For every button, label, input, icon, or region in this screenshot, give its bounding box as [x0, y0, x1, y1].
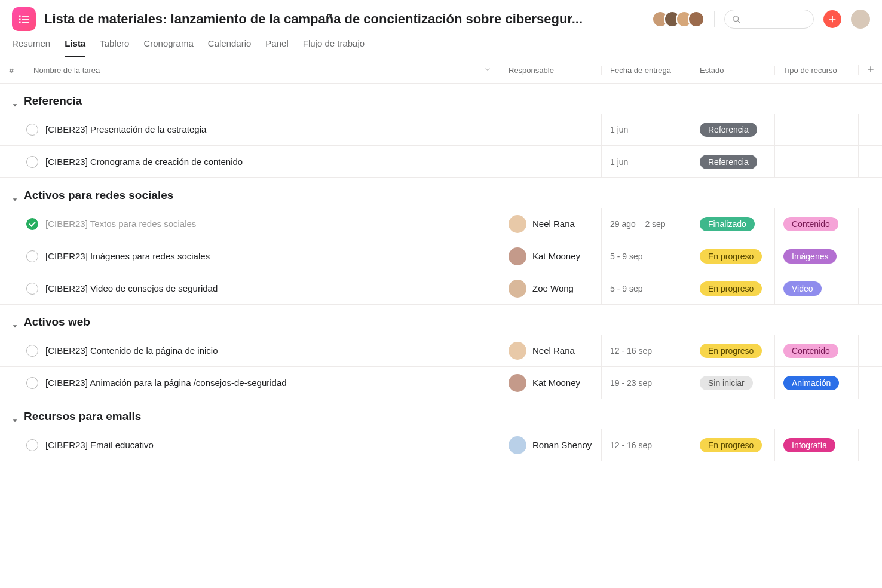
column-resource-type[interactable]: Tipo de recurso	[774, 66, 858, 75]
task-row[interactable]: [CIBER23] Cronograma de creación de cont…	[0, 146, 882, 178]
cell-due-date[interactable]: 1 jun	[601, 114, 691, 145]
complete-toggle[interactable]	[26, 439, 38, 451]
task-row[interactable]: [CIBER23] Animación para la página /cons…	[0, 367, 882, 399]
cell-due-date[interactable]: 12 - 16 sep	[601, 335, 691, 366]
cell-complete	[0, 156, 45, 168]
column-task-name[interactable]: Nombre de la tarea	[23, 66, 500, 75]
cell-resource-type[interactable]: Contenido	[774, 208, 858, 240]
tab-tablero[interactable]: Tablero	[100, 38, 129, 57]
complete-toggle[interactable]	[26, 283, 38, 295]
cell-due-date[interactable]: 29 ago – 2 sep	[601, 208, 691, 240]
cell-complete	[0, 439, 45, 451]
complete-toggle[interactable]	[26, 124, 38, 136]
member-avatar-stack[interactable]	[652, 11, 705, 27]
cell-assignee[interactable]	[500, 114, 601, 145]
cell-status[interactable]: Referencia	[691, 114, 774, 145]
cell-assignee[interactable]: Kat Mooney	[500, 367, 601, 399]
section-header[interactable]: Activos web	[0, 305, 882, 335]
cell-status[interactable]: En progreso	[691, 335, 774, 366]
task-row[interactable]: [CIBER23] Email educativoRonan Shenoy12 …	[0, 429, 882, 461]
task-row[interactable]: [CIBER23] Presentación de la estrategia1…	[0, 114, 882, 146]
svg-rect-5	[22, 22, 29, 23]
member-avatar[interactable]	[688, 11, 705, 27]
tab-flujo-de-trabajo[interactable]: Flujo de trabajo	[303, 38, 365, 57]
column-status[interactable]: Estado	[691, 66, 774, 75]
cell-resource-type[interactable]	[774, 146, 858, 177]
cell-assignee[interactable]: Neel Rana	[500, 335, 601, 366]
complete-toggle[interactable]	[26, 250, 38, 262]
column-due-date[interactable]: Fecha de entrega	[601, 66, 691, 75]
cell-assignee[interactable]: Neel Rana	[500, 208, 601, 240]
cell-assignee[interactable]: Ronan Shenoy	[500, 429, 601, 461]
task-row[interactable]: [CIBER23] Contenido de la página de inic…	[0, 335, 882, 367]
assignee-name: Neel Rana	[532, 219, 575, 229]
search-input[interactable]	[724, 10, 814, 29]
task-name[interactable]: [CIBER23] Video de consejos de seguridad	[45, 283, 500, 293]
task-row[interactable]: [CIBER23] Imágenes para redes socialesKa…	[0, 240, 882, 272]
view-tabs: ResumenListaTableroCronogramaCalendarioP…	[0, 31, 882, 57]
section-header[interactable]: Activos para redes sociales	[0, 178, 882, 208]
status-pill: Sin iniciar	[700, 376, 753, 390]
tab-panel[interactable]: Panel	[265, 38, 288, 57]
task-name[interactable]: [CIBER23] Animación para la página /cons…	[45, 378, 500, 388]
cell-due-date[interactable]: 5 - 9 sep	[601, 272, 691, 304]
resource-pill: Infografía	[783, 438, 835, 452]
complete-toggle[interactable]	[26, 377, 38, 389]
complete-toggle[interactable]	[26, 218, 38, 230]
cell-resource-type[interactable]: Contenido	[774, 335, 858, 366]
chevron-down-icon[interactable]	[484, 66, 491, 75]
tab-calendario[interactable]: Calendario	[208, 38, 252, 57]
task-name[interactable]: [CIBER23] Textos para redes sociales	[45, 219, 500, 229]
cell-complete	[0, 124, 45, 136]
cell-status[interactable]: En progreso	[691, 240, 774, 272]
cell-due-date[interactable]: 5 - 9 sep	[601, 240, 691, 272]
cell-assignee[interactable]: Kat Mooney	[500, 240, 601, 272]
add-column-button[interactable]	[858, 65, 882, 75]
task-name[interactable]: [CIBER23] Contenido de la página de inic…	[45, 345, 500, 356]
header-right	[652, 10, 870, 29]
section-title: Activos web	[24, 316, 90, 329]
cell-resource-type[interactable]	[774, 114, 858, 145]
svg-rect-3	[22, 19, 29, 20]
complete-toggle[interactable]	[26, 345, 38, 357]
task-name[interactable]: [CIBER23] Imágenes para redes sociales	[45, 251, 500, 261]
section-header[interactable]: Referencia	[0, 84, 882, 114]
svg-marker-15	[13, 419, 17, 422]
task-name[interactable]: [CIBER23] Email educativo	[45, 440, 500, 450]
svg-marker-12	[13, 104, 17, 106]
tab-resumen[interactable]: Resumen	[12, 38, 50, 57]
cell-complete	[0, 283, 45, 295]
complete-toggle[interactable]	[26, 156, 38, 168]
cell-resource-type[interactable]: Imágenes	[774, 240, 858, 272]
cell-resource-type[interactable]: Video	[774, 272, 858, 304]
task-row[interactable]: [CIBER23] Video de consejos de seguridad…	[0, 272, 882, 305]
cell-status[interactable]: En progreso	[691, 429, 774, 461]
assignee-avatar	[509, 280, 526, 298]
cell-due-date[interactable]: 1 jun	[601, 146, 691, 177]
cell-due-date[interactable]: 12 - 16 sep	[601, 429, 691, 461]
task-name[interactable]: [CIBER23] Presentación de la estrategia	[45, 124, 500, 134]
column-assignee[interactable]: Responsable	[500, 66, 601, 75]
task-name[interactable]: [CIBER23] Cronograma de creación de cont…	[45, 157, 500, 167]
add-button[interactable]	[823, 10, 841, 28]
cell-due-date[interactable]: 19 - 23 sep	[601, 367, 691, 399]
tab-cronograma[interactable]: Cronograma	[143, 38, 193, 57]
task-row[interactable]: [CIBER23] Textos para redes socialesNeel…	[0, 208, 882, 240]
search-icon	[732, 15, 741, 24]
cell-status[interactable]: Finalizado	[691, 208, 774, 240]
cell-status[interactable]: En progreso	[691, 272, 774, 304]
section-header[interactable]: Recursos para emails	[0, 399, 882, 429]
cell-trailing	[858, 146, 882, 177]
cell-resource-type[interactable]: Infografía	[774, 429, 858, 461]
cell-assignee[interactable]	[500, 146, 601, 177]
cell-assignee[interactable]: Zoe Wong	[500, 272, 601, 304]
cell-status[interactable]: Referencia	[691, 146, 774, 177]
tab-lista[interactable]: Lista	[65, 38, 85, 57]
cell-status[interactable]: Sin iniciar	[691, 367, 774, 399]
svg-marker-14	[13, 325, 17, 327]
cell-resource-type[interactable]: Animación	[774, 367, 858, 399]
cell-trailing	[858, 429, 882, 461]
current-user-avatar[interactable]	[851, 10, 870, 29]
assignee-name: Kat Mooney	[532, 378, 580, 388]
project-title[interactable]: Lista de materiales: lanzamiento de la c…	[44, 11, 644, 27]
